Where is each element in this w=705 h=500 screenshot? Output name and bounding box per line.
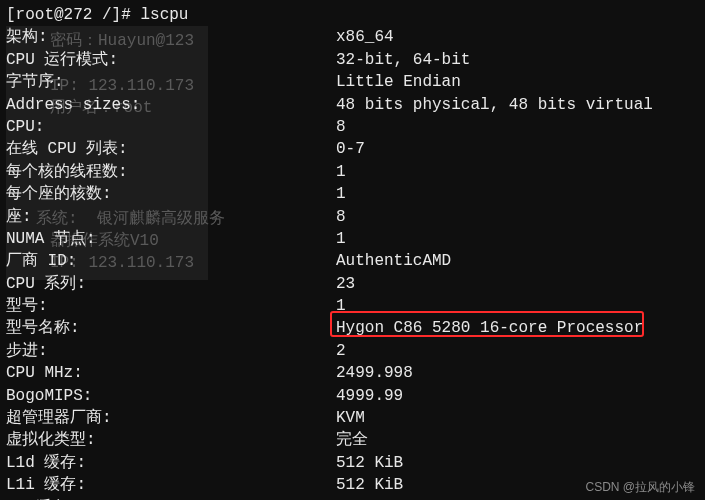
output-value: 1 <box>336 161 699 183</box>
output-label: BogoMIPS: <box>6 385 336 407</box>
output-row: 每个核的线程数:1 <box>6 161 699 183</box>
output-value: 1 <box>336 183 699 205</box>
shell-prompt: [root@272 /]# lscpu <box>6 4 699 26</box>
output-label: 虚拟化类型: <box>6 429 336 451</box>
output-label: Address sizes: <box>6 94 336 116</box>
output-value: 48 bits physical, 48 bits virtual <box>336 94 699 116</box>
output-row: 架构:x86_64 <box>6 26 699 48</box>
output-value: 1 <box>336 295 699 317</box>
output-row: CPU 运行模式:32-bit, 64-bit <box>6 49 699 71</box>
output-value: 4 MiB <box>336 497 699 500</box>
output-value: 4999.99 <box>336 385 699 407</box>
output-row: 超管理器厂商:KVM <box>6 407 699 429</box>
output-row: NUMA 节点:1 <box>6 228 699 250</box>
output-label: 架构: <box>6 26 336 48</box>
output-label: 型号名称: <box>6 317 336 339</box>
output-value: 完全 <box>336 429 699 451</box>
output-value: AuthenticAMD <box>336 250 699 272</box>
output-row: 每个座的核数:1 <box>6 183 699 205</box>
output-label: L1d 缓存: <box>6 452 336 474</box>
output-value: Little Endian <box>336 71 699 93</box>
output-label: L1i 缓存: <box>6 474 336 496</box>
output-value: 512 KiB <box>336 452 699 474</box>
output-row: 字节序:Little Endian <box>6 71 699 93</box>
output-value: 23 <box>336 273 699 295</box>
terminal-output[interactable]: [root@272 /]# lscpu 架构:x86_64CPU 运行模式:32… <box>0 0 705 500</box>
output-label: 座: <box>6 206 336 228</box>
output-label: 型号: <box>6 295 336 317</box>
watermark-text: CSDN @拉风的小锋 <box>585 479 695 496</box>
output-row: CPU 系列:23 <box>6 273 699 295</box>
output-value: 2499.998 <box>336 362 699 384</box>
output-value: KVM <box>336 407 699 429</box>
output-label: 每个座的核数: <box>6 183 336 205</box>
output-value: 1 <box>336 228 699 250</box>
output-row: 座:8 <box>6 206 699 228</box>
output-label: CPU: <box>6 116 336 138</box>
output-label: 在线 CPU 列表: <box>6 138 336 160</box>
output-value: Hygon C86 5280 16-core Processor <box>336 317 699 339</box>
output-row: 型号:1 <box>6 295 699 317</box>
output-label: CPU MHz: <box>6 362 336 384</box>
output-label: CPU 运行模式: <box>6 49 336 71</box>
output-label: NUMA 节点: <box>6 228 336 250</box>
output-label: 步进: <box>6 340 336 362</box>
output-value: 8 <box>336 206 699 228</box>
output-row: 步进:2 <box>6 340 699 362</box>
output-row: 厂商 ID:AuthenticAMD <box>6 250 699 272</box>
output-row: Address sizes:48 bits physical, 48 bits … <box>6 94 699 116</box>
output-label: CPU 系列: <box>6 273 336 295</box>
output-row: 型号名称:Hygon C86 5280 16-core Processor <box>6 317 699 339</box>
output-label: 超管理器厂商: <box>6 407 336 429</box>
output-value: 8 <box>336 116 699 138</box>
output-row: 虚拟化类型:完全 <box>6 429 699 451</box>
output-row: CPU MHz:2499.998 <box>6 362 699 384</box>
output-label: L2 缓存: <box>6 497 336 500</box>
output-row: BogoMIPS:4999.99 <box>6 385 699 407</box>
output-value: 2 <box>336 340 699 362</box>
output-value: 0-7 <box>336 138 699 160</box>
output-row: L2 缓存:4 MiB <box>6 497 699 500</box>
output-value: x86_64 <box>336 26 699 48</box>
output-label: 字节序: <box>6 71 336 93</box>
output-row: CPU:8 <box>6 116 699 138</box>
output-row: L1d 缓存:512 KiB <box>6 452 699 474</box>
output-label: 每个核的线程数: <box>6 161 336 183</box>
output-row: 在线 CPU 列表:0-7 <box>6 138 699 160</box>
output-label: 厂商 ID: <box>6 250 336 272</box>
output-value: 32-bit, 64-bit <box>336 49 699 71</box>
